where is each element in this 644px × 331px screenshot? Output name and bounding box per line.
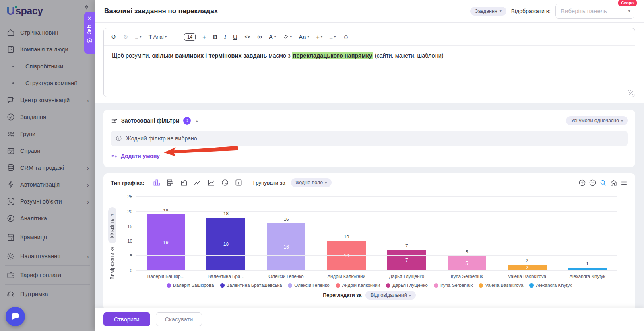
legend-dot bbox=[288, 283, 292, 288]
zoom-in-icon[interactable] bbox=[578, 179, 586, 187]
bar-value-label: 1 bbox=[586, 261, 588, 266]
view-by-chip[interactable]: Відповідальний ▾ bbox=[365, 291, 416, 300]
rich-text-editor[interactable]: ↺ ↻ ≡▾ TArial▾ − 14 + B I U <> ∞ A▾ ▾ bbox=[103, 28, 635, 97]
chart-type-label: Тип графіка: bbox=[111, 180, 144, 186]
gridline bbox=[136, 255, 617, 256]
measure-by-label: Вимірювати за bbox=[109, 247, 115, 280]
plot-area: 19191818161610107755221 0510152025 bbox=[136, 197, 617, 271]
cancel-button[interactable]: Скасувати bbox=[156, 312, 202, 326]
measure-by-value: Кількість bbox=[109, 219, 115, 238]
legend-dot bbox=[529, 283, 534, 288]
redo-button[interactable]: ↻ bbox=[123, 34, 128, 40]
line-chart-icon[interactable] bbox=[194, 179, 202, 187]
increase-font-button[interactable]: + bbox=[202, 34, 206, 40]
measure-by-chip[interactable]: ▾ Кількість bbox=[108, 207, 116, 243]
pie-chart-icon[interactable] bbox=[221, 179, 229, 187]
menu-icon[interactable] bbox=[620, 179, 628, 187]
text-case-button[interactable]: Aa▾ bbox=[299, 34, 309, 40]
chevron-up-icon[interactable]: ▴ bbox=[196, 118, 198, 123]
font-size-value[interactable]: 14 bbox=[184, 33, 196, 41]
legend-dot bbox=[336, 283, 340, 288]
highlight-color-button[interactable]: ▾ bbox=[283, 34, 292, 40]
area-chart-icon[interactable] bbox=[180, 179, 188, 187]
code-button[interactable]: <> bbox=[244, 34, 250, 39]
emoji-button[interactable]: ☺ bbox=[343, 34, 349, 40]
x-tick-label: Valeria Bashkirova bbox=[497, 274, 557, 279]
add-condition-button[interactable]: Додати умову bbox=[111, 152, 160, 159]
editor-body[interactable]: Щоб розуміти, скільки важливих і терміно… bbox=[104, 46, 635, 97]
report-side-tab[interactable]: ✕ Звіт bbox=[84, 12, 95, 54]
legend-label: Valeria Bashkirova bbox=[485, 283, 523, 288]
highlight-icon bbox=[283, 34, 289, 40]
bar-Олексій Гепенко: 16 bbox=[267, 223, 305, 271]
add-filter-icon bbox=[111, 152, 118, 159]
description-section: ↺ ↻ ≡▾ TArial▾ − 14 + B I U <> ∞ A▾ ▾ bbox=[95, 23, 644, 103]
x-tick-label: Валентина Бра... bbox=[196, 274, 256, 279]
modal-dim-overlay[interactable] bbox=[0, 0, 95, 331]
number-widget-icon[interactable] bbox=[235, 179, 243, 187]
gridline bbox=[136, 270, 617, 271]
zoom-out-icon[interactable] bbox=[589, 179, 597, 187]
bar-group: 1919 bbox=[147, 208, 185, 271]
font-family-value: Arial bbox=[153, 34, 164, 39]
trend-chart-icon[interactable] bbox=[207, 179, 215, 187]
chart-type-icons bbox=[153, 179, 243, 187]
report-icon bbox=[87, 38, 93, 44]
home-reset-icon[interactable] bbox=[610, 179, 617, 187]
font-family-button[interactable]: TArial▾ bbox=[148, 34, 167, 40]
x-tick-label: Олексій Гепенко bbox=[256, 274, 316, 279]
y-tick-label: 25 bbox=[122, 194, 132, 199]
italic-button[interactable]: I bbox=[224, 34, 226, 40]
bar-chart-icon[interactable] bbox=[153, 179, 161, 187]
bold-button[interactable]: B bbox=[213, 34, 217, 40]
editor-toolbar: ↺ ↻ ≡▾ TArial▾ − 14 + B I U <> ∞ A▾ ▾ bbox=[104, 28, 635, 46]
bar-group: 1616 bbox=[267, 217, 305, 271]
info-icon bbox=[116, 135, 122, 142]
annotation-arrow bbox=[163, 144, 239, 158]
bar-group: 1 bbox=[568, 261, 607, 271]
insert-button[interactable]: +▾ bbox=[316, 34, 322, 40]
line-spacing-button[interactable]: ≡▾ bbox=[135, 34, 141, 40]
legend-dot bbox=[167, 283, 171, 288]
soon-badge: Скоро bbox=[618, 0, 637, 6]
bar-value-label: 10 bbox=[344, 234, 349, 239]
gridline bbox=[136, 226, 617, 226]
underline-button[interactable]: U bbox=[233, 34, 237, 40]
support-chat-fab[interactable] bbox=[6, 307, 25, 326]
entity-type-chip[interactable]: Завдання ▾ bbox=[470, 7, 506, 16]
text-color-button[interactable]: A▾ bbox=[269, 34, 276, 40]
panel-select[interactable]: Виберіть панель ▾ Скоро bbox=[555, 4, 634, 19]
chevron-down-icon: ▾ bbox=[500, 9, 502, 13]
legend-item: Андрій Калюжний bbox=[336, 283, 380, 288]
close-icon[interactable]: ✕ bbox=[87, 16, 92, 21]
align-button[interactable]: ≡▾ bbox=[329, 34, 336, 40]
y-tick-label: 5 bbox=[122, 253, 132, 258]
gridline bbox=[136, 241, 617, 241]
undo-button[interactable]: ↺ bbox=[111, 34, 116, 40]
conditions-mode-chip[interactable]: Усі умови одночасно ▾ bbox=[566, 116, 628, 125]
text-case-icon: Aa bbox=[299, 34, 306, 40]
horizontal-bar-chart-icon[interactable] bbox=[166, 179, 174, 187]
decrease-font-button[interactable]: − bbox=[173, 34, 177, 40]
create-button[interactable]: Створити bbox=[103, 312, 150, 326]
chevron-down-icon: ▾ bbox=[628, 8, 630, 14]
legend-label: Iryna Serbeniuk bbox=[440, 283, 473, 288]
bar-Valeria Bashkirova: 2 bbox=[508, 265, 547, 271]
gridline bbox=[136, 211, 617, 212]
chevron-down-icon: ▾ bbox=[409, 293, 411, 298]
y-tick-label: 0 bbox=[122, 268, 132, 273]
legend-item: Valeria Bashkirova bbox=[479, 283, 523, 288]
bar-group: 1010 bbox=[327, 234, 366, 271]
view-by-label: Переглядати за bbox=[323, 292, 361, 298]
editor-resize-handle[interactable] bbox=[628, 90, 633, 95]
chevron-down-icon: ▾ bbox=[165, 35, 167, 39]
panel-select-placeholder: Виберіть панель bbox=[561, 8, 607, 14]
group-by-chip[interactable]: жодне поле ▾ bbox=[291, 178, 332, 187]
page-title: Важливі завдання по перекладах bbox=[104, 7, 218, 15]
link-button[interactable]: ∞ bbox=[257, 33, 262, 40]
magnifier-icon[interactable] bbox=[599, 179, 607, 187]
chevron-down-icon: ▾ bbox=[325, 181, 327, 185]
entity-type-label: Завдання bbox=[475, 8, 497, 14]
group-by-label: Групувати за bbox=[253, 180, 285, 186]
bar-inner-value: 2 bbox=[508, 265, 547, 271]
